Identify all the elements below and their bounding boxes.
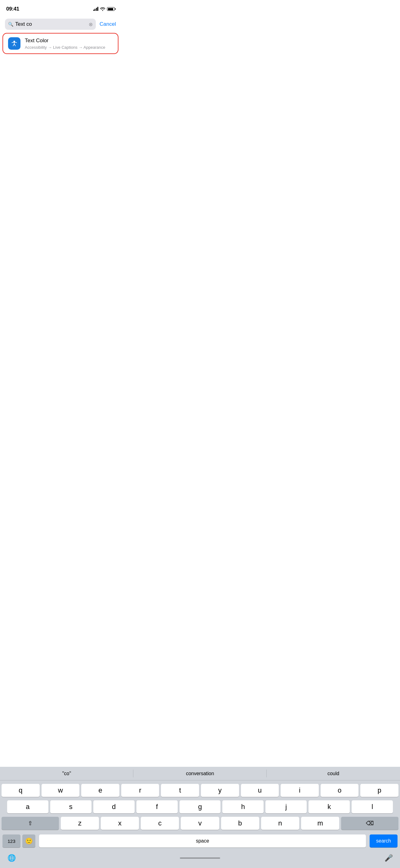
main-content (0, 55, 121, 148)
search-input[interactable]: Text co (15, 21, 87, 27)
result-path: Accessibility → Live Captions → Appearan… (25, 45, 113, 50)
accessibility-icon (10, 39, 18, 48)
cancel-button[interactable]: Cancel (100, 21, 116, 27)
search-bar: 🔍 Text co ⊗ Cancel (0, 17, 121, 32)
clear-search-button[interactable]: ⊗ (89, 22, 93, 27)
signal-icon (93, 7, 99, 11)
search-results: Text Color Accessibility → Live Captions… (0, 33, 121, 54)
status-icons (93, 7, 115, 11)
result-text: Text Color Accessibility → Live Captions… (25, 37, 113, 49)
result-item[interactable]: Text Color Accessibility → Live Captions… (2, 33, 119, 54)
search-icon: 🔍 (8, 22, 13, 27)
search-input-wrapper[interactable]: 🔍 Text co ⊗ (5, 19, 96, 30)
accessibility-icon-container (8, 37, 21, 50)
wifi-icon (100, 7, 105, 11)
result-title: Text Color (25, 37, 113, 44)
status-bar: 09:41 (0, 0, 121, 17)
status-time: 09:41 (6, 6, 19, 12)
battery-icon (107, 7, 115, 11)
